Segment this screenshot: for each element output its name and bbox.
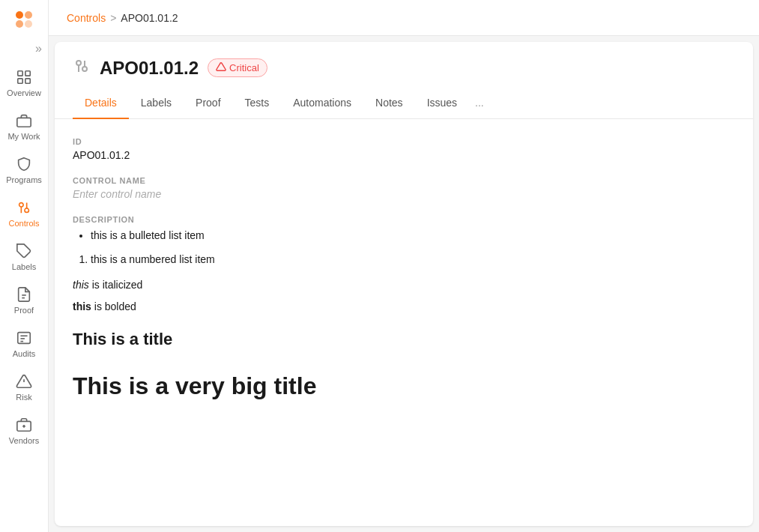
topbar: Controls > APO01.01.2 (49, 0, 759, 36)
svg-rect-4 (18, 71, 22, 76)
description-content: this is a bulleted list item this is a n… (73, 227, 735, 406)
sidebar-item-programs[interactable]: Programs (0, 148, 48, 192)
desc-bold-rest: is bolded (91, 300, 136, 312)
field-id: ID APO01.01.2 (73, 137, 735, 161)
audits-icon (16, 330, 32, 346)
desc-title-h2: This is a title (73, 325, 735, 353)
sidebar-item-overview[interactable]: Overview (0, 61, 48, 105)
proof-icon (16, 286, 32, 303)
svg-point-0 (16, 11, 23, 19)
briefcase-icon (16, 112, 32, 129)
sidebar-item-label: Labels (12, 262, 36, 271)
sidebar-item-label: Proof (14, 306, 34, 315)
grid-icon (16, 69, 32, 85)
field-control-name: CONTROL NAME Enter control name (73, 176, 735, 200)
desc-italic-line: this is italicized (73, 276, 735, 294)
desc-title-h1: This is a very big title (73, 366, 735, 406)
sidebar-expand-button[interactable]: » (0, 42, 48, 55)
breadcrumb-separator: > (110, 12, 116, 24)
critical-badge: Critical (208, 58, 267, 77)
detail-body: ID APO01.01.2 CONTROL NAME Enter control… (55, 119, 753, 526)
sidebar: » Overview My Work (0, 0, 49, 532)
expand-icon: » (35, 42, 42, 55)
svg-rect-7 (25, 79, 30, 83)
breadcrumb: Controls > APO01.01.2 (67, 12, 178, 24)
desc-italic-rest: is italicized (89, 279, 143, 291)
vendors-icon (16, 417, 32, 433)
sidebar-item-proof[interactable]: Proof (0, 279, 48, 322)
critical-badge-icon (216, 61, 226, 74)
sidebar-item-risk[interactable]: Risk (0, 366, 48, 409)
breadcrumb-parent[interactable]: Controls (67, 12, 106, 24)
svg-rect-5 (25, 71, 30, 76)
sidebar-item-my-work[interactable]: My Work (0, 105, 48, 148)
svg-point-2 (16, 20, 23, 28)
shield-icon (16, 156, 32, 172)
field-description: DESCRIPTION this is a bulleted list item… (73, 215, 735, 406)
tab-details[interactable]: Details (73, 88, 129, 119)
svg-point-25 (82, 67, 87, 71)
tab-issues[interactable]: Issues (415, 88, 469, 119)
sidebar-item-vendors[interactable]: Vendors (0, 409, 48, 453)
sidebar-item-label: Vendors (9, 436, 39, 445)
tag-icon (16, 243, 32, 259)
desc-bold-line: this is bolded (73, 298, 735, 316)
risk-icon (16, 373, 32, 390)
tab-labels[interactable]: Labels (129, 88, 184, 119)
content-card: APO01.01.2 Critical Details Labels Proof (55, 42, 753, 526)
tab-notes[interactable]: Notes (363, 88, 415, 119)
breadcrumb-current: APO01.01.2 (121, 12, 178, 24)
sidebar-item-label: Programs (6, 175, 42, 184)
svg-point-3 (25, 20, 32, 28)
tab-more[interactable]: ... (469, 88, 490, 119)
tab-automations[interactable]: Automations (281, 88, 363, 119)
svg-rect-8 (17, 118, 31, 127)
field-id-value: APO01.01.2 (73, 149, 735, 161)
desc-italic-word: this (73, 279, 89, 291)
controls-icon (16, 199, 32, 216)
sidebar-item-label: Controls (9, 219, 40, 228)
tabs-bar: Details Labels Proof Tests Automations N… (55, 88, 753, 119)
desc-numbered-item: this is a numbered list item (91, 251, 735, 269)
page-header: APO01.01.2 Critical (55, 42, 753, 79)
desc-bullet-item: this is a bulleted list item (91, 227, 735, 245)
sidebar-item-audits[interactable]: Audits (0, 322, 48, 366)
svg-point-24 (76, 61, 81, 65)
tab-proof[interactable]: Proof (184, 88, 232, 119)
field-control-name-label: CONTROL NAME (73, 176, 735, 185)
svg-rect-15 (18, 333, 31, 344)
field-control-name-placeholder[interactable]: Enter control name (73, 188, 735, 200)
sidebar-item-label: Risk (16, 393, 31, 402)
tab-tests[interactable]: Tests (233, 88, 282, 119)
field-description-label: DESCRIPTION (73, 215, 735, 224)
main-area: Controls > APO01.01.2 APO01.01.2 (49, 0, 759, 532)
field-id-label: ID (73, 137, 735, 146)
sidebar-item-controls[interactable]: Controls (0, 192, 48, 235)
sidebar-item-label: Audits (13, 349, 36, 358)
svg-point-11 (25, 208, 28, 213)
svg-point-1 (25, 11, 32, 19)
svg-rect-6 (18, 79, 22, 83)
svg-point-10 (19, 203, 23, 208)
sidebar-item-label: Overview (7, 88, 41, 97)
sidebar-item-labels[interactable]: Labels (0, 235, 48, 279)
page-title: APO01.01.2 (100, 58, 199, 79)
app-logo (10, 6, 37, 33)
sidebar-item-label: My Work (7, 132, 40, 141)
control-title-icon (73, 57, 91, 79)
desc-bold-word: this (73, 300, 91, 312)
critical-badge-label: Critical (229, 62, 259, 73)
